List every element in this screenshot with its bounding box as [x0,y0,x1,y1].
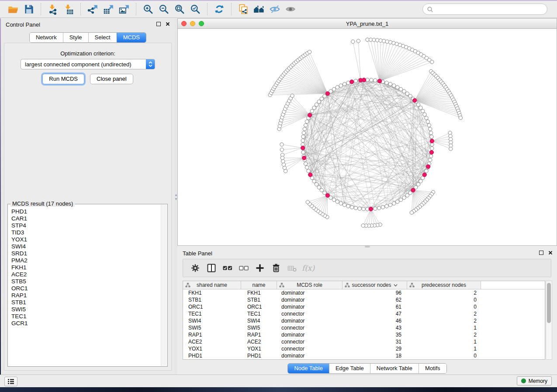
search-box[interactable] [422,3,547,15]
float-panel-icon[interactable] [539,251,543,255]
tab-mcds[interactable]: MCDS [117,33,146,42]
cell-mcds-role: connector [277,311,343,317]
status-bar: Memory [0,375,557,387]
criterion-select[interactable]: largest connected component (undirected) [21,59,155,69]
splitter-arrow-icon[interactable] [175,198,177,200]
table-settings-button[interactable] [188,261,202,275]
zoom-selected-button[interactable] [187,3,203,16]
export-network-button[interactable] [85,3,100,16]
close-window-icon[interactable] [181,21,187,26]
refresh-button[interactable] [211,3,227,16]
hide-selected-button[interactable] [267,3,283,16]
first-neighbors-button[interactable] [251,3,267,16]
delete-column-button[interactable] [269,261,283,275]
mcds-result-item[interactable]: STB5 [8,278,161,285]
save-session-button[interactable] [21,3,37,16]
mcds-result-item[interactable]: FKH1 [8,264,161,271]
mcds-result-item[interactable]: ORC1 [8,285,161,292]
minimize-window-icon[interactable] [190,21,195,26]
mcds-result-scrollbar[interactable] [161,205,167,366]
table-row[interactable]: PHD1PHD1dominator180 [183,352,545,359]
mcds-result-item[interactable]: YOX1 [8,236,161,243]
network-view-window: YPA_prune.txt_1 [177,18,557,246]
cell-shared-name: FKH1 [183,290,241,296]
zoom-fit-button[interactable] [172,3,187,16]
network-titlebar[interactable]: YPA_prune.txt_1 [178,19,557,29]
memory-status-icon [521,378,526,383]
table-scrollbar-thumb[interactable] [547,283,551,323]
tab-motifs[interactable]: Motifs [419,364,446,373]
table-row[interactable]: YOX1YOX1connector291 [183,345,545,352]
cell-name: TEC1 [241,311,277,317]
mcds-result-item[interactable]: TID3 [8,229,161,236]
mcds-result-item[interactable]: RAP1 [8,292,161,299]
mcds-result-item[interactable]: CAR1 [8,215,161,222]
import-table-button[interactable] [61,3,76,16]
mcds-result-item[interactable]: TEC1 [8,313,161,320]
export-table-button[interactable] [100,3,116,16]
tab-select[interactable]: Select [88,33,117,42]
zoom-out-button[interactable] [156,3,172,16]
new-network-from-selection-icon [238,3,249,15]
mcds-result-item[interactable]: STP4 [8,222,161,229]
run-mcds-button[interactable]: Run MCDS [42,74,84,84]
column-header-mcds-role[interactable]: MCDS role [277,281,343,289]
mcds-result-item[interactable]: SWI5 [8,306,161,313]
search-input[interactable] [436,6,543,13]
splitter-arrow-icon[interactable] [175,194,177,196]
splitter-handle-icon[interactable] [365,246,370,248]
memory-button[interactable]: Memory [517,376,552,385]
column-header-successor-nodes[interactable]: successor nodes [343,281,407,289]
close-panel-icon[interactable] [166,22,170,26]
new-network-from-selection-button[interactable] [235,3,251,16]
column-header-name[interactable]: name [241,281,277,289]
deselect-all-button[interactable] [237,261,250,275]
cell-successor-nodes: 46 [343,318,407,324]
float-panel-icon[interactable] [156,22,161,26]
hide-selected-icon [269,3,280,15]
table-scrollbar[interactable] [546,281,552,360]
close-panel-icon[interactable] [548,251,553,255]
mcds-result-item[interactable]: PMA2 [8,257,161,264]
show-all-button[interactable] [283,3,298,16]
table-row[interactable]: RAP1RAP1dominator352 [183,331,545,338]
cell-name: PHD1 [241,353,277,359]
table-row[interactable]: ORC1ORC1dominator610 [183,303,545,310]
console-button[interactable] [4,377,17,386]
table-row[interactable]: ACE2ACE2connector311 [183,338,545,345]
network-canvas[interactable] [178,28,557,245]
open-session-button[interactable] [5,3,21,16]
tab-node-table[interactable]: Node Table [288,364,329,373]
export-image-button[interactable] [116,3,132,16]
close-panel-button[interactable]: Close panel [90,74,133,84]
select-all-button[interactable] [221,261,234,275]
maximize-window-icon[interactable] [199,21,204,26]
checked-boxes-icon [222,263,233,273]
tab-edge-table[interactable]: Edge Table [329,364,370,373]
mcds-result-item[interactable]: SWI4 [8,243,161,250]
mcds-result-item[interactable]: GCR1 [8,320,161,327]
tab-network-table[interactable]: Network Table [370,364,419,373]
show-column-button[interactable] [204,261,218,275]
mcds-result-item[interactable]: ACE2 [8,271,161,278]
table-row[interactable]: FKH1FKH1dominator962 [183,289,545,296]
table-row[interactable]: SWI4SWI4dominator462 [183,317,545,324]
mcds-result-item[interactable]: STB1 [8,299,161,306]
column-header-predecessor-nodes[interactable]: predecessor nodes [407,281,481,289]
table-row[interactable]: SWI5SWI5connector431 [183,324,545,331]
cell-mcds-role: dominator [277,318,343,324]
import-network-button[interactable] [45,3,61,16]
network-title: YPA_prune.txt_1 [346,21,388,27]
mcds-result-item[interactable]: SRD1 [8,250,161,257]
node-table: shared name name MCDS role successor nod… [183,281,545,360]
table-row[interactable]: TEC1TEC1connector472 [183,310,545,317]
mcds-result-group: MCDS result (17 nodes) PHD1CAR1STP4TID3Y… [7,204,168,367]
tab-network[interactable]: Network [30,33,63,42]
cell-name: STB1 [241,297,277,303]
zoom-in-button[interactable] [140,3,156,16]
column-header-shared-name[interactable]: shared name [183,281,241,289]
mcds-result-item[interactable]: PHD1 [8,208,161,215]
tab-style[interactable]: Style [63,33,88,42]
add-column-button[interactable] [253,261,266,275]
table-row[interactable]: STB1STB1dominator620 [183,296,545,303]
